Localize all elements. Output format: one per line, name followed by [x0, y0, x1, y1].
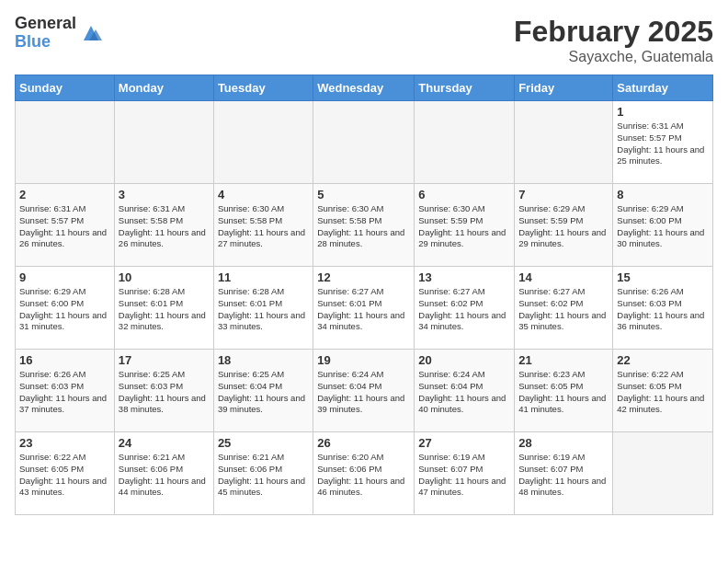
day-number: 8: [617, 188, 709, 201]
day-number: 26: [317, 436, 410, 450]
day-number: 18: [218, 353, 309, 367]
day-info: Sunrise: 6:22 AM Sunset: 6:05 PM Dayligh…: [617, 369, 709, 416]
day-number: 28: [518, 436, 609, 450]
day-info: Sunrise: 6:31 AM Sunset: 5:58 PM Dayligh…: [119, 203, 210, 250]
day-info: Sunrise: 6:19 AM Sunset: 6:07 PM Dayligh…: [518, 452, 609, 499]
calendar-cell: 7Sunrise: 6:29 AM Sunset: 5:59 PM Daylig…: [515, 184, 613, 267]
calendar-cell: 8Sunrise: 6:29 AM Sunset: 6:00 PM Daylig…: [613, 184, 713, 267]
logo: General Blue: [15, 15, 102, 52]
day-info: Sunrise: 6:23 AM Sunset: 6:05 PM Dayligh…: [518, 369, 609, 416]
calendar-cell: 6Sunrise: 6:30 AM Sunset: 5:59 PM Daylig…: [415, 184, 515, 267]
calendar-table: SundayMondayTuesdayWednesdayThursdayFrid…: [15, 75, 713, 515]
day-info: Sunrise: 6:30 AM Sunset: 5:59 PM Dayligh…: [418, 203, 510, 250]
day-number: 12: [317, 270, 410, 284]
calendar-cell: 23Sunrise: 6:22 AM Sunset: 6:05 PM Dayli…: [16, 432, 115, 515]
day-info: Sunrise: 6:30 AM Sunset: 5:58 PM Dayligh…: [218, 203, 309, 250]
calendar-cell: 3Sunrise: 6:31 AM Sunset: 5:58 PM Daylig…: [114, 184, 213, 267]
day-number: 14: [518, 270, 609, 284]
day-number: 9: [19, 270, 110, 284]
day-number: 6: [418, 188, 510, 201]
day-number: 10: [119, 270, 210, 284]
day-number: 22: [617, 353, 709, 367]
calendar-cell: 4Sunrise: 6:30 AM Sunset: 5:58 PM Daylig…: [213, 184, 313, 267]
day-number: 5: [317, 188, 410, 201]
calendar-cell: [415, 101, 515, 184]
calendar-cell: 10Sunrise: 6:28 AM Sunset: 6:01 PM Dayli…: [114, 267, 213, 350]
calendar-cell: 16Sunrise: 6:26 AM Sunset: 6:03 PM Dayli…: [16, 350, 115, 432]
day-info: Sunrise: 6:26 AM Sunset: 6:03 PM Dayligh…: [617, 286, 709, 333]
day-info: Sunrise: 6:26 AM Sunset: 6:03 PM Dayligh…: [19, 369, 110, 416]
calendar-cell: [16, 101, 115, 184]
calendar-day-header: Monday: [114, 75, 213, 101]
day-number: 24: [119, 436, 210, 450]
calendar-cell: 18Sunrise: 6:25 AM Sunset: 6:04 PM Dayli…: [213, 350, 313, 432]
calendar-day-header: Sunday: [16, 75, 115, 101]
day-info: Sunrise: 6:28 AM Sunset: 6:01 PM Dayligh…: [119, 286, 210, 333]
calendar-cell: 13Sunrise: 6:27 AM Sunset: 6:02 PM Dayli…: [415, 267, 515, 350]
calendar-cell: 27Sunrise: 6:19 AM Sunset: 6:07 PM Dayli…: [415, 432, 515, 515]
day-info: Sunrise: 6:25 AM Sunset: 6:04 PM Dayligh…: [218, 369, 309, 416]
day-info: Sunrise: 6:30 AM Sunset: 5:58 PM Dayligh…: [317, 203, 410, 250]
day-number: 21: [518, 353, 609, 367]
calendar-cell: 26Sunrise: 6:20 AM Sunset: 6:06 PM Dayli…: [313, 432, 415, 515]
day-number: 7: [518, 188, 609, 201]
calendar-day-header: Tuesday: [213, 75, 313, 101]
logo-general-text: General: [15, 15, 76, 33]
title-block: February 2025 Sayaxche, Guatemala: [514, 15, 713, 65]
day-info: Sunrise: 6:31 AM Sunset: 5:57 PM Dayligh…: [19, 203, 110, 250]
calendar-cell: [114, 101, 213, 184]
day-info: Sunrise: 6:25 AM Sunset: 6:03 PM Dayligh…: [119, 369, 210, 416]
calendar-week-row: 2Sunrise: 6:31 AM Sunset: 5:57 PM Daylig…: [16, 184, 713, 267]
calendar-cell: 5Sunrise: 6:30 AM Sunset: 5:58 PM Daylig…: [313, 184, 415, 267]
day-info: Sunrise: 6:21 AM Sunset: 6:06 PM Dayligh…: [119, 452, 210, 499]
day-info: Sunrise: 6:24 AM Sunset: 6:04 PM Dayligh…: [418, 369, 510, 416]
calendar-cell: 25Sunrise: 6:21 AM Sunset: 6:06 PM Dayli…: [213, 432, 313, 515]
page-header: General Blue February 2025 Sayaxche, Gua…: [15, 15, 713, 65]
day-number: 20: [418, 353, 510, 367]
calendar-cell: 11Sunrise: 6:28 AM Sunset: 6:01 PM Dayli…: [213, 267, 313, 350]
calendar-cell: [213, 101, 313, 184]
day-number: 11: [218, 270, 309, 284]
day-number: 1: [617, 105, 709, 119]
calendar-week-row: 1Sunrise: 6:31 AM Sunset: 5:57 PM Daylig…: [16, 101, 713, 184]
logo-blue-text: Blue: [15, 33, 76, 52]
location: Sayaxche, Guatemala: [514, 49, 713, 65]
day-number: 16: [19, 353, 110, 367]
day-info: Sunrise: 6:28 AM Sunset: 6:01 PM Dayligh…: [218, 286, 309, 333]
day-info: Sunrise: 6:29 AM Sunset: 6:00 PM Dayligh…: [617, 203, 709, 250]
calendar-cell: 24Sunrise: 6:21 AM Sunset: 6:06 PM Dayli…: [114, 432, 213, 515]
day-number: 2: [19, 188, 110, 201]
day-number: 23: [19, 436, 110, 450]
calendar-cell: [515, 101, 613, 184]
day-info: Sunrise: 6:20 AM Sunset: 6:06 PM Dayligh…: [317, 452, 410, 499]
calendar-cell: 19Sunrise: 6:24 AM Sunset: 6:04 PM Dayli…: [313, 350, 415, 432]
day-number: 27: [418, 436, 510, 450]
day-info: Sunrise: 6:27 AM Sunset: 6:02 PM Dayligh…: [418, 286, 510, 333]
calendar-cell: [613, 432, 713, 515]
calendar-cell: 21Sunrise: 6:23 AM Sunset: 6:05 PM Dayli…: [515, 350, 613, 432]
day-number: 25: [218, 436, 309, 450]
day-info: Sunrise: 6:21 AM Sunset: 6:06 PM Dayligh…: [218, 452, 309, 499]
calendar-week-row: 9Sunrise: 6:29 AM Sunset: 6:00 PM Daylig…: [16, 267, 713, 350]
calendar-cell: 14Sunrise: 6:27 AM Sunset: 6:02 PM Dayli…: [515, 267, 613, 350]
day-number: 19: [317, 353, 410, 367]
calendar-day-header: Thursday: [415, 75, 515, 101]
calendar-cell: 12Sunrise: 6:27 AM Sunset: 6:01 PM Dayli…: [313, 267, 415, 350]
day-number: 4: [218, 188, 309, 201]
calendar-cell: 28Sunrise: 6:19 AM Sunset: 6:07 PM Dayli…: [515, 432, 613, 515]
calendar-day-header: Wednesday: [313, 75, 415, 101]
day-info: Sunrise: 6:24 AM Sunset: 6:04 PM Dayligh…: [317, 369, 410, 416]
calendar-day-header: Saturday: [613, 75, 713, 101]
day-info: Sunrise: 6:31 AM Sunset: 5:57 PM Dayligh…: [617, 121, 709, 167]
month-year: February 2025: [514, 15, 713, 49]
calendar-header-row: SundayMondayTuesdayWednesdayThursdayFrid…: [16, 75, 713, 101]
day-info: Sunrise: 6:29 AM Sunset: 6:00 PM Dayligh…: [19, 286, 110, 333]
day-info: Sunrise: 6:27 AM Sunset: 6:02 PM Dayligh…: [518, 286, 609, 333]
day-number: 3: [119, 188, 210, 201]
calendar-cell: 22Sunrise: 6:22 AM Sunset: 6:05 PM Dayli…: [613, 350, 713, 432]
calendar-cell: 2Sunrise: 6:31 AM Sunset: 5:57 PM Daylig…: [16, 184, 115, 267]
day-info: Sunrise: 6:27 AM Sunset: 6:01 PM Dayligh…: [317, 286, 410, 333]
calendar-cell: 20Sunrise: 6:24 AM Sunset: 6:04 PM Dayli…: [415, 350, 515, 432]
day-number: 15: [617, 270, 709, 284]
calendar-cell: 9Sunrise: 6:29 AM Sunset: 6:00 PM Daylig…: [16, 267, 115, 350]
